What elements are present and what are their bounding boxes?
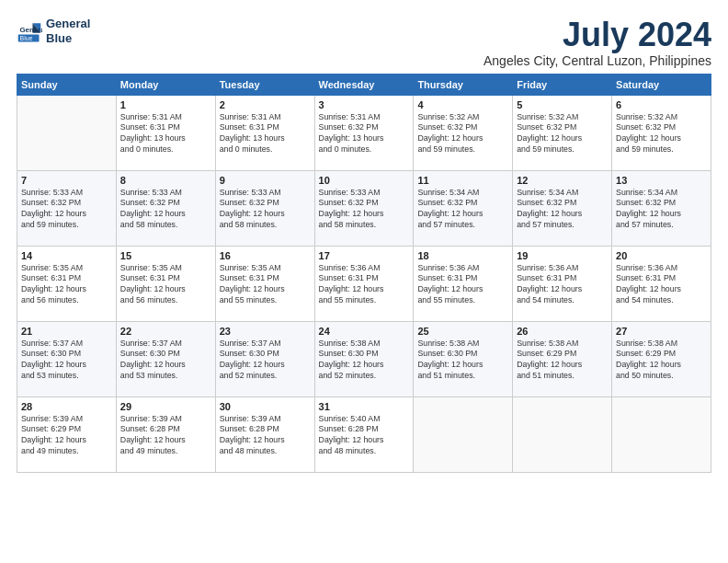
- day-info: Sunrise: 5:34 AM Sunset: 6:32 PM Dayligh…: [517, 188, 608, 232]
- calendar-cell: 4Sunrise: 5:32 AM Sunset: 6:32 PM Daylig…: [414, 95, 513, 170]
- day-info: Sunrise: 5:31 AM Sunset: 6:31 PM Dayligh…: [220, 112, 311, 156]
- calendar-week-row: 28Sunrise: 5:39 AM Sunset: 6:29 PM Dayli…: [17, 396, 711, 472]
- calendar-week-row: 14Sunrise: 5:35 AM Sunset: 6:31 PM Dayli…: [17, 246, 711, 321]
- day-number: 31: [319, 401, 410, 412]
- calendar-header: Sunday Monday Tuesday Wednesday Thursday…: [17, 74, 711, 95]
- calendar-cell: 17Sunrise: 5:36 AM Sunset: 6:31 PM Dayli…: [314, 246, 414, 321]
- logo-text-line2: Blue: [46, 31, 90, 46]
- day-number: 26: [517, 326, 608, 337]
- day-info: Sunrise: 5:34 AM Sunset: 6:32 PM Dayligh…: [417, 188, 508, 232]
- day-number: 18: [417, 250, 508, 261]
- calendar-cell: 1Sunrise: 5:31 AM Sunset: 6:31 PM Daylig…: [116, 95, 215, 170]
- day-info: Sunrise: 5:32 AM Sunset: 6:32 PM Dayligh…: [417, 112, 508, 156]
- calendar-cell: [17, 95, 117, 170]
- day-info: Sunrise: 5:31 AM Sunset: 6:32 PM Dayligh…: [319, 112, 410, 156]
- calendar-week-row: 1Sunrise: 5:31 AM Sunset: 6:31 PM Daylig…: [17, 95, 711, 170]
- header-monday: Monday: [116, 74, 215, 95]
- calendar-body: 1Sunrise: 5:31 AM Sunset: 6:31 PM Daylig…: [17, 95, 711, 472]
- header-saturday: Saturday: [612, 74, 711, 95]
- day-info: Sunrise: 5:39 AM Sunset: 6:28 PM Dayligh…: [220, 414, 311, 458]
- day-info: Sunrise: 5:36 AM Sunset: 6:31 PM Dayligh…: [616, 263, 707, 307]
- day-info: Sunrise: 5:36 AM Sunset: 6:31 PM Dayligh…: [517, 263, 608, 307]
- day-number: 30: [220, 401, 311, 412]
- day-info: Sunrise: 5:33 AM Sunset: 6:32 PM Dayligh…: [220, 188, 311, 232]
- page: General Blue General Blue July 2024 Ange…: [0, 0, 728, 563]
- header: General Blue General Blue July 2024 Ange…: [17, 17, 711, 68]
- day-info: Sunrise: 5:36 AM Sunset: 6:31 PM Dayligh…: [319, 263, 410, 307]
- title-block: July 2024 Angeles City, Central Luzon, P…: [483, 17, 711, 68]
- calendar-cell: 10Sunrise: 5:33 AM Sunset: 6:32 PM Dayli…: [314, 170, 414, 246]
- day-number: 3: [319, 99, 410, 110]
- logo-text-line1: General: [46, 17, 90, 31]
- day-number: 7: [21, 175, 112, 186]
- header-thursday: Thursday: [414, 74, 513, 95]
- calendar-cell: 28Sunrise: 5:39 AM Sunset: 6:29 PM Dayli…: [17, 396, 117, 472]
- header-sunday: Sunday: [17, 74, 117, 95]
- day-number: 2: [220, 99, 311, 110]
- calendar-cell: 3Sunrise: 5:31 AM Sunset: 6:32 PM Daylig…: [314, 95, 414, 170]
- calendar-cell: 9Sunrise: 5:33 AM Sunset: 6:32 PM Daylig…: [215, 170, 314, 246]
- calendar-cell: 20Sunrise: 5:36 AM Sunset: 6:31 PM Dayli…: [612, 246, 711, 321]
- calendar-cell: 23Sunrise: 5:37 AM Sunset: 6:30 PM Dayli…: [215, 321, 314, 396]
- day-info: Sunrise: 5:35 AM Sunset: 6:31 PM Dayligh…: [120, 263, 211, 307]
- day-number: 13: [616, 175, 707, 186]
- calendar-cell: 29Sunrise: 5:39 AM Sunset: 6:28 PM Dayli…: [116, 396, 215, 472]
- day-number: 28: [21, 401, 112, 412]
- day-info: Sunrise: 5:32 AM Sunset: 6:32 PM Dayligh…: [616, 112, 707, 156]
- day-info: Sunrise: 5:37 AM Sunset: 6:30 PM Dayligh…: [21, 339, 112, 383]
- header-wednesday: Wednesday: [314, 74, 414, 95]
- calendar-cell: 22Sunrise: 5:37 AM Sunset: 6:30 PM Dayli…: [116, 321, 215, 396]
- header-tuesday: Tuesday: [215, 74, 314, 95]
- day-number: 24: [319, 326, 410, 337]
- day-number: 6: [616, 99, 707, 110]
- calendar-cell: 6Sunrise: 5:32 AM Sunset: 6:32 PM Daylig…: [612, 95, 711, 170]
- day-number: 14: [21, 250, 112, 261]
- calendar-week-row: 7Sunrise: 5:33 AM Sunset: 6:32 PM Daylig…: [17, 170, 711, 246]
- calendar-cell: 2Sunrise: 5:31 AM Sunset: 6:31 PM Daylig…: [215, 95, 314, 170]
- day-info: Sunrise: 5:38 AM Sunset: 6:30 PM Dayligh…: [319, 339, 410, 383]
- day-info: Sunrise: 5:34 AM Sunset: 6:32 PM Dayligh…: [616, 188, 707, 232]
- svg-text:Blue: Blue: [20, 34, 33, 40]
- header-friday: Friday: [513, 74, 612, 95]
- day-number: 1: [120, 99, 211, 110]
- day-info: Sunrise: 5:33 AM Sunset: 6:32 PM Dayligh…: [120, 188, 211, 232]
- day-info: Sunrise: 5:35 AM Sunset: 6:31 PM Dayligh…: [220, 263, 311, 307]
- day-number: 15: [120, 250, 211, 261]
- calendar-cell: 27Sunrise: 5:38 AM Sunset: 6:29 PM Dayli…: [612, 321, 711, 396]
- day-number: 27: [616, 326, 707, 337]
- day-number: 8: [120, 175, 211, 186]
- day-number: 29: [120, 401, 211, 412]
- calendar-cell: 21Sunrise: 5:37 AM Sunset: 6:30 PM Dayli…: [17, 321, 117, 396]
- day-number: 5: [517, 99, 608, 110]
- calendar-cell: 13Sunrise: 5:34 AM Sunset: 6:32 PM Dayli…: [612, 170, 711, 246]
- day-info: Sunrise: 5:31 AM Sunset: 6:31 PM Dayligh…: [120, 112, 211, 156]
- day-number: 12: [517, 175, 608, 186]
- weekday-header-row: Sunday Monday Tuesday Wednesday Thursday…: [17, 74, 711, 95]
- day-info: Sunrise: 5:33 AM Sunset: 6:32 PM Dayligh…: [319, 188, 410, 232]
- calendar-cell: 26Sunrise: 5:38 AM Sunset: 6:29 PM Dayli…: [513, 321, 612, 396]
- day-number: 23: [220, 326, 311, 337]
- calendar-week-row: 21Sunrise: 5:37 AM Sunset: 6:30 PM Dayli…: [17, 321, 711, 396]
- logo-icon: General Blue: [17, 18, 42, 44]
- calendar-cell: [513, 396, 612, 472]
- calendar-cell: 18Sunrise: 5:36 AM Sunset: 6:31 PM Dayli…: [414, 246, 513, 321]
- day-info: Sunrise: 5:33 AM Sunset: 6:32 PM Dayligh…: [21, 188, 112, 232]
- calendar-cell: 19Sunrise: 5:36 AM Sunset: 6:31 PM Dayli…: [513, 246, 612, 321]
- calendar-cell: 5Sunrise: 5:32 AM Sunset: 6:32 PM Daylig…: [513, 95, 612, 170]
- day-number: 25: [417, 326, 508, 337]
- day-number: 20: [616, 250, 707, 261]
- calendar-cell: 15Sunrise: 5:35 AM Sunset: 6:31 PM Dayli…: [116, 246, 215, 321]
- calendar-cell: 24Sunrise: 5:38 AM Sunset: 6:30 PM Dayli…: [314, 321, 414, 396]
- day-number: 10: [319, 175, 410, 186]
- day-info: Sunrise: 5:40 AM Sunset: 6:28 PM Dayligh…: [319, 414, 410, 458]
- calendar-cell: 12Sunrise: 5:34 AM Sunset: 6:32 PM Dayli…: [513, 170, 612, 246]
- day-info: Sunrise: 5:38 AM Sunset: 6:29 PM Dayligh…: [616, 339, 707, 383]
- day-info: Sunrise: 5:39 AM Sunset: 6:28 PM Dayligh…: [120, 414, 211, 458]
- day-number: 9: [220, 175, 311, 186]
- svg-text:General: General: [20, 25, 43, 33]
- logo: General Blue General Blue: [17, 17, 90, 45]
- main-title: July 2024: [483, 17, 711, 53]
- calendar-cell: 16Sunrise: 5:35 AM Sunset: 6:31 PM Dayli…: [215, 246, 314, 321]
- subtitle: Angeles City, Central Luzon, Philippines: [483, 53, 711, 68]
- day-info: Sunrise: 5:38 AM Sunset: 6:29 PM Dayligh…: [517, 339, 608, 383]
